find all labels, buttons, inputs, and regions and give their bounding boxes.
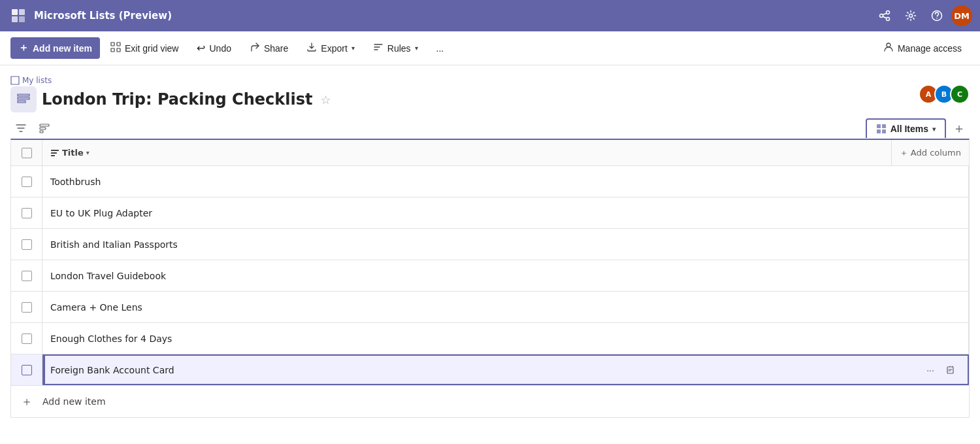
- row-selector[interactable]: [11, 197, 42, 228]
- svg-rect-2: [12, 16, 18, 22]
- add-column-label: Add column: [911, 148, 961, 158]
- add-item-label: Add new item: [42, 396, 106, 407]
- row-more-options-button[interactable]: ···: [921, 361, 939, 379]
- exit-grid-view-button[interactable]: Exit grid view: [103, 38, 186, 59]
- row-checkbox[interactable]: [22, 302, 32, 313]
- row-title-cell[interactable]: EU to UK Plug Adapter: [42, 197, 969, 228]
- manage-access-button[interactable]: Manage access: [875, 38, 970, 58]
- svg-rect-24: [51, 150, 59, 151]
- row-checkbox[interactable]: [22, 365, 32, 375]
- user-avatar[interactable]: DM: [951, 5, 972, 26]
- table-row: British and Italian Passports: [11, 229, 969, 260]
- row-title-cell[interactable]: Enough Clothes for 4 Days: [42, 323, 969, 354]
- svg-rect-21: [882, 124, 886, 128]
- title-column-header[interactable]: Title ▾: [42, 140, 892, 165]
- row-title-cell[interactable]: London Travel Guidebook: [42, 260, 969, 291]
- add-item-plus-icon: ＋: [21, 394, 33, 409]
- add-item-row[interactable]: ＋ Add new item: [11, 386, 969, 417]
- row-selector[interactable]: [11, 354, 42, 385]
- row-selector[interactable]: [11, 260, 42, 291]
- share-icon: [250, 42, 260, 55]
- row-checkbox[interactable]: [22, 239, 32, 250]
- svg-rect-1: [19, 9, 25, 15]
- page-header: My lists London Trip: Packing Checklist …: [0, 65, 980, 112]
- selected-indicator: [42, 354, 45, 385]
- table-row: London Travel Guidebook: [11, 260, 969, 292]
- app-logo[interactable]: [8, 5, 29, 26]
- app-title: Microsoft Lists (Preview): [34, 10, 868, 22]
- table-header: Title ▾ ＋ Add column: [11, 140, 969, 166]
- svg-rect-19: [40, 131, 43, 133]
- row-actions: ···: [921, 361, 960, 379]
- breadcrumb[interactable]: My lists: [10, 76, 331, 85]
- favorite-icon[interactable]: ☆: [320, 93, 331, 107]
- svg-rect-26: [51, 155, 55, 156]
- row-checkbox[interactable]: [22, 333, 32, 344]
- undo-icon: ↩: [197, 42, 205, 54]
- select-all-checkbox[interactable]: [22, 148, 32, 158]
- row-title-cell[interactable]: Camera + One Lens: [42, 292, 969, 322]
- rules-icon: [373, 42, 384, 55]
- help-icon[interactable]: [925, 4, 949, 27]
- member-avatar[interactable]: C: [950, 84, 970, 104]
- row-selector[interactable]: [11, 229, 42, 260]
- add-column-button[interactable]: ＋ Add column: [892, 140, 969, 165]
- all-items-label: All Items: [890, 124, 928, 134]
- add-view-button[interactable]: ＋: [949, 118, 970, 139]
- row-title: British and Italian Passports: [50, 239, 178, 250]
- row-selector[interactable]: [11, 166, 42, 197]
- share-button[interactable]: Share: [242, 38, 296, 59]
- row-checkbox[interactable]: [22, 208, 32, 218]
- svg-rect-20: [877, 124, 881, 128]
- table-row: Enough Clothes for 4 Days: [11, 323, 969, 354]
- svg-line-8: [883, 16, 886, 18]
- svg-point-9: [909, 14, 913, 18]
- row-title-cell[interactable]: British and Italian Passports: [42, 229, 969, 260]
- member-avatars: A B C: [919, 84, 970, 104]
- add-item-cell: ＋: [11, 394, 42, 409]
- row-selector[interactable]: [11, 323, 42, 354]
- table-row: Toothbrush: [11, 166, 969, 197]
- svg-point-4: [887, 11, 890, 14]
- svg-rect-14: [111, 48, 114, 52]
- svg-point-11: [936, 18, 938, 19]
- row-title: EU to UK Plug Adapter: [50, 208, 152, 218]
- share-activity-icon[interactable]: [873, 4, 896, 27]
- top-bar: Microsoft Lists (Preview) DM: [0, 0, 980, 31]
- rules-chevron-icon: ▾: [415, 44, 418, 52]
- svg-rect-23: [882, 129, 886, 133]
- svg-point-5: [880, 14, 883, 18]
- row-checkbox[interactable]: [22, 271, 32, 281]
- table-row: Camera + One Lens: [11, 292, 969, 323]
- rules-button[interactable]: Rules ▾: [365, 38, 426, 59]
- header-selector[interactable]: [11, 140, 42, 165]
- undo-button[interactable]: ↩ Undo: [189, 38, 238, 58]
- add-new-item-button[interactable]: ＋ Add new item: [10, 37, 100, 59]
- view-controls: All Items ▾ ＋: [0, 112, 980, 139]
- svg-rect-27: [947, 367, 953, 373]
- export-button[interactable]: Export ▾: [299, 38, 362, 59]
- svg-rect-17: [40, 124, 49, 126]
- page-title: London Trip: Packing Checklist: [42, 90, 312, 109]
- svg-rect-3: [19, 16, 25, 22]
- row-title-cell[interactable]: Toothbrush: [42, 166, 969, 197]
- settings-icon[interactable]: [899, 4, 923, 27]
- row-title: London Travel Guidebook: [50, 271, 166, 281]
- svg-rect-0: [12, 9, 18, 15]
- all-items-view-button[interactable]: All Items ▾: [866, 118, 946, 138]
- table-row: Foreign Bank Account Card ···: [11, 354, 969, 386]
- more-options-button[interactable]: ...: [429, 39, 452, 58]
- row-open-button[interactable]: [942, 361, 960, 379]
- filter-button[interactable]: [10, 118, 31, 139]
- group-button[interactable]: [34, 118, 55, 139]
- row-title-cell[interactable]: Foreign Bank Account Card ···: [42, 354, 969, 385]
- title-column-label: Title: [62, 148, 84, 158]
- person-icon: [883, 42, 894, 54]
- table: Title ▾ ＋ Add column Toothbrush EU to UK…: [10, 139, 970, 418]
- breadcrumb-area: My lists London Trip: Packing Checklist …: [10, 76, 331, 112]
- row-selector[interactable]: [11, 292, 42, 322]
- more-icon: ...: [436, 43, 444, 54]
- export-icon: [306, 42, 317, 55]
- top-bar-actions: DM: [873, 4, 972, 27]
- row-checkbox[interactable]: [22, 177, 32, 187]
